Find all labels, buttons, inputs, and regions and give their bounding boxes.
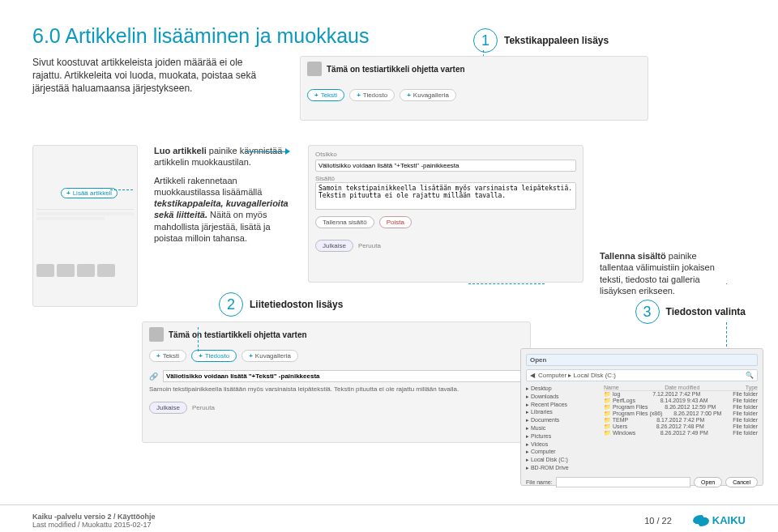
file-row[interactable]: 📁 log7.12.2012 7:42 PMFile folder: [604, 391, 758, 398]
file-row[interactable]: 📁 Program Files8.26.2012 12:59 PMFile fo…: [604, 404, 758, 411]
callout-1-number: 1: [473, 28, 498, 53]
dialog-title: Open: [530, 356, 546, 364]
tab-file-button[interactable]: +Tiedosto: [191, 350, 237, 362]
logo-icon: [693, 515, 709, 526]
brand-logo: KAIKU: [693, 514, 746, 526]
screenshot-file-attach: Tämä on testiartikkeli ohjetta varten +T…: [142, 321, 531, 443]
text: Artikkeli rakennetaan muokkaustilassa li…: [154, 176, 262, 197]
tree-item[interactable]: ▸ Local Disk (C:): [526, 456, 599, 464]
add-article-label: Lisää artikkeli: [73, 189, 112, 197]
callout-2-number: 2: [219, 292, 243, 317]
connector-line: [110, 189, 133, 191]
ss3-heading: Tämä on testiartikkeli ohjetta varten: [169, 330, 307, 339]
file-list[interactable]: Name Date modified Type 📁 log7.12.2012 7…: [604, 385, 758, 472]
tab-file-button[interactable]: +Tiedosto: [349, 89, 395, 101]
bold-term: Luo artikkeli: [154, 146, 207, 155]
cancel-button[interactable]: Cancel: [725, 477, 758, 487]
screenshot-text-editor: Otsikko Sisältö Samoin tekstipainikkeell…: [308, 145, 584, 283]
tree-item[interactable]: ▸ Downloads: [526, 393, 599, 401]
tab-gallery-label: Kuvagalleria: [413, 92, 449, 99]
tree-item[interactable]: ▸ BD-ROM Drive: [526, 464, 599, 472]
cancel-link[interactable]: Peruuta: [358, 242, 381, 249]
ss2-title-input[interactable]: [315, 160, 576, 172]
filename-input[interactable]: [556, 477, 690, 487]
tab-gallery-button[interactable]: +Kuvagalleria: [400, 89, 456, 101]
tree-item[interactable]: ▸ Music: [526, 424, 599, 432]
right-explainer: Tallenna sisältö painike tallentaa välim…: [600, 250, 729, 296]
search-icon[interactable]: 🔍: [746, 372, 754, 379]
brand-name: KAIKU: [712, 514, 746, 526]
publish-button[interactable]: Julkaise: [149, 402, 187, 414]
callout-1: 1 Tekstikappaleen lisäys: [473, 28, 609, 53]
folder-tree[interactable]: ▸ Desktop▸ Downloads▸ Recent Places▸ Lib…: [526, 385, 599, 472]
tab-text-label: Teksti: [163, 352, 179, 360]
footer-line2: Last modified / Muokattu 2015-02-17: [32, 521, 156, 529]
screenshot-article-header: Tämä on testiartikkeli ohjetta varten +T…: [300, 56, 648, 121]
cancel-link[interactable]: Peruuta: [192, 404, 215, 411]
page-footer: Kaiku -palvelu versio 2 / Käyttöohje Las…: [0, 504, 778, 532]
tab-file-label: Tiedosto: [205, 352, 229, 360]
tab-text-button[interactable]: +Teksti: [307, 89, 344, 101]
plus-icon: +: [249, 352, 253, 360]
file-row[interactable]: 📁 TEMP8.17.2012 7:42 PMFile folder: [604, 417, 758, 423]
intro-text: Sivut koostuvat artikkeleista joiden mää…: [32, 56, 267, 96]
plus-icon: +: [314, 92, 318, 99]
callout-3: 3 Tiedoston valinta: [635, 300, 746, 324]
plus-icon: +: [407, 92, 411, 99]
ss2-title-label: Otsikko: [315, 151, 576, 158]
tree-item[interactable]: ▸ Libraries: [526, 408, 599, 416]
plus-icon: +: [156, 352, 160, 360]
path-breadcrumb[interactable]: Computer ▸ Local Disk (C:): [538, 372, 742, 379]
plus-icon: +: [199, 352, 203, 360]
tree-item[interactable]: ▸ Documents: [526, 416, 599, 424]
connector-line: [468, 283, 545, 316]
connector-line: [198, 327, 199, 351]
tab-file-label: Tiedosto: [363, 92, 387, 99]
publish-button[interactable]: Julkaise: [315, 240, 353, 252]
back-icon[interactable]: ◀: [530, 372, 535, 379]
tree-item[interactable]: ▸ Videos: [526, 440, 599, 449]
file-row[interactable]: 📁 Program Files (x86)8.26.2012 7:00 PMFi…: [604, 411, 758, 417]
ss3-desc: Samoin tekstipainikkeella lisätään myös …: [149, 385, 524, 394]
screenshot-file-dialog: Open ◀ Computer ▸ Local Disk (C:) 🔍 ▸ De…: [520, 348, 763, 486]
col-name: Name: [604, 385, 619, 390]
tree-item[interactable]: ▸ Recent Places: [526, 401, 599, 409]
tab-text-label: Teksti: [321, 92, 337, 99]
callout-3-label: Tiedoston valinta: [666, 306, 746, 317]
callout-2-label: Liitetiedoston lisäys: [250, 299, 343, 310]
col-type: Type: [746, 385, 758, 390]
link-icon: 🔗: [149, 372, 158, 381]
save-content-button[interactable]: Tallenna sisältö: [315, 216, 374, 228]
avatar: [149, 327, 164, 342]
ss3-title-input[interactable]: [163, 370, 524, 382]
ss2-content-input[interactable]: Samoin tekstipainikkeella lisätään myös …: [315, 182, 576, 210]
tab-text-button[interactable]: +Teksti: [149, 350, 186, 362]
tree-item[interactable]: ▸ Computer: [526, 448, 599, 456]
avatar: [307, 62, 322, 76]
file-row[interactable]: 📁 PerfLogs8.14.2019 9:43 AMFile folder: [604, 398, 758, 404]
open-button[interactable]: Open: [694, 477, 722, 487]
col-date: Date modified: [665, 385, 699, 390]
plus-icon: +: [357, 92, 361, 99]
page-number: 10 / 22: [644, 516, 672, 526]
mid-explainer: Luo artikkeli painike käynnistää artikke…: [154, 145, 292, 250]
tab-gallery-button[interactable]: +Kuvagalleria: [242, 350, 298, 362]
footer-line1: Kaiku -palvelu versio 2 / Käyttöohje: [32, 513, 156, 521]
plus-icon: +: [66, 189, 71, 197]
filename-label: File name:: [526, 479, 553, 485]
tree-item[interactable]: ▸ Desktop: [526, 385, 599, 393]
ss1-heading: Tämä on testiartikkeli ohjetta varten: [327, 65, 465, 74]
delete-button[interactable]: Poista: [379, 216, 412, 228]
page-title: 6.0 Artikkelin lisääminen ja muokkaus: [32, 24, 746, 48]
file-row[interactable]: 📁 Windows8.26.2012 7:49 PMFile folder: [604, 430, 758, 436]
screenshot-sidebar: + Lisää artikkeli: [32, 145, 138, 307]
callout-3-number: 3: [635, 300, 660, 324]
connector-line: [726, 283, 727, 298]
connector-line: [726, 322, 727, 347]
add-article-button[interactable]: + Lisää artikkeli: [61, 188, 118, 198]
tree-item[interactable]: ▸ Pictures: [526, 432, 599, 440]
arrow-icon: [245, 147, 293, 158]
file-row[interactable]: 📁 Users8.26.2012 7:48 PMFile folder: [604, 423, 758, 430]
tab-gallery-label: Kuvagalleria: [255, 352, 291, 360]
callout-1-label: Tekstikappaleen lisäys: [504, 35, 609, 46]
